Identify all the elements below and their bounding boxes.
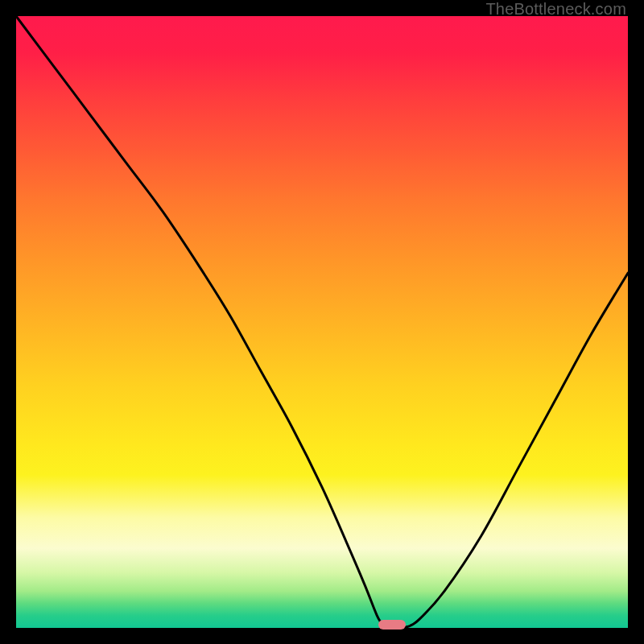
optimal-marker <box>378 620 406 630</box>
curve-svg <box>16 16 628 628</box>
bottleneck-curve <box>16 16 628 628</box>
plot-area <box>16 16 628 628</box>
chart-frame: TheBottleneck.com <box>0 0 644 644</box>
